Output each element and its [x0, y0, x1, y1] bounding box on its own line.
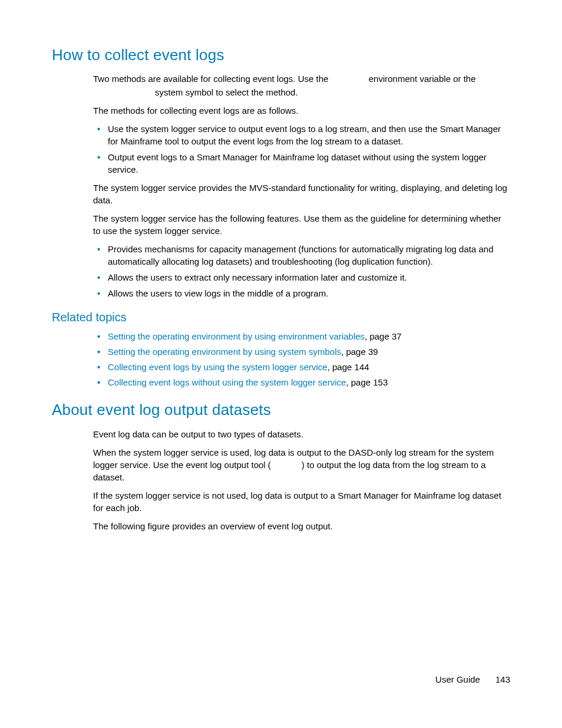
page-ref: , page 37: [365, 331, 402, 341]
related-link[interactable]: Setting the operating environment by usi…: [108, 331, 365, 341]
related-link[interactable]: Setting the operating environment by usi…: [108, 347, 341, 357]
logger-desc-1: The system logger service provides the M…: [93, 182, 510, 206]
related-topics-heading: Related topics: [52, 309, 510, 325]
intro-text-2: environment variable or the: [366, 74, 476, 84]
page-ref: , page 144: [328, 362, 369, 372]
related-link-item: Setting the operating environment by usi…: [108, 345, 510, 358]
features-list: Provides mechanisms for capacity managem…: [108, 243, 510, 299]
related-link[interactable]: Collecting event logs by using the syste…: [108, 362, 328, 372]
ds-p1: Event log data can be output to two type…: [93, 428, 510, 440]
list-item: Allows the users to view logs in the mid…: [108, 287, 510, 299]
ds-p4: The following figure provides an overvie…: [93, 520, 510, 532]
methods-list: Use the system logger service to output …: [108, 123, 510, 176]
ds-p2: When the system logger service is used, …: [93, 446, 510, 483]
document-page: How to collect event logs Two methods ar…: [0, 0, 562, 728]
section-heading-collect: How to collect event logs: [52, 44, 510, 65]
page-footer: User Guide143: [435, 673, 510, 686]
list-item: Allows the users to extract only necessa…: [108, 271, 510, 284]
list-item: Output event logs to a Smart Manager for…: [108, 151, 510, 176]
page-number: 143: [495, 674, 510, 684]
intro-line2: system symbol to select the method.: [155, 86, 510, 98]
list-item: Provides mechanisms for capacity managem…: [108, 243, 510, 268]
footer-label: User Guide: [435, 674, 480, 684]
related-link-item: Collecting event logs by using the syste…: [108, 361, 510, 373]
intro-paragraph: Two methods are available for collecting…: [93, 73, 510, 85]
related-link-item: Collecting event logs without using the …: [108, 376, 510, 388]
logger-desc-2: The system logger service has the follow…: [93, 212, 510, 237]
list-item: Use the system logger service to output …: [108, 123, 510, 147]
page-ref: , page 39: [341, 347, 378, 357]
related-topics-list: Setting the operating environment by usi…: [108, 330, 510, 388]
page-ref: , page 153: [346, 377, 388, 387]
section-heading-datasets: About event log output datasets: [52, 399, 510, 420]
related-link[interactable]: Collecting event logs without using the …: [108, 377, 346, 387]
related-link-item: Setting the operating environment by usi…: [108, 330, 510, 342]
ds-p3: If the system logger service is not used…: [93, 489, 510, 514]
intro-text-1: Two methods are available for collecting…: [93, 74, 331, 84]
methods-lead: The methods for collecting event logs ar…: [93, 104, 510, 117]
